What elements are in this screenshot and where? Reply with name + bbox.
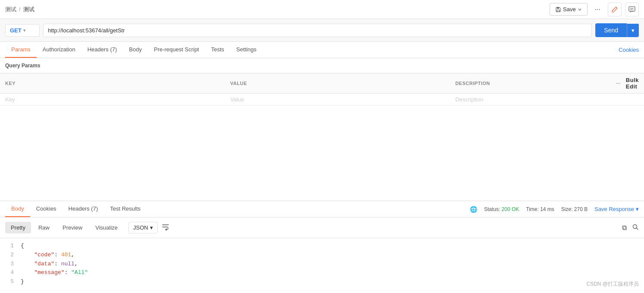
code-content: } [21,277,24,287]
request-tabs: Params Authorization Headers (7) Body Pr… [5,42,263,58]
response-status: 🌐 Status: 200 OK Time: 14 ms Size: 270 B… [470,206,639,213]
cookies-link[interactable]: Cookies [619,42,639,57]
breadcrumb-separator: / [19,6,21,13]
response-section: Body Cookies Headers (7) Test Results 🌐 … [0,201,644,290]
wrap-icon [162,223,169,231]
line-number: 4 [5,268,14,277]
code-line-5: 5 } [5,277,639,287]
line-number: 5 [5,277,14,287]
col-header-key: KEY [0,73,225,94]
save-button[interactable]: Save [550,3,588,16]
format-dropdown-icon: ▾ [150,224,153,231]
method-label: GET [10,27,22,34]
format-tab-pretty[interactable]: Pretty [5,222,31,233]
key-input[interactable] [5,96,220,103]
code-content: "message": "All" [21,268,88,277]
edit-button[interactable] [608,3,622,16]
response-tab-body[interactable]: Body [5,201,30,217]
code-line-2: 2 "code": 401, [5,251,639,260]
code-content: "code": 401, [21,251,75,260]
format-value: JSON [133,224,148,231]
row-actions [611,94,644,106]
breadcrumb-current: 测试 [23,6,34,13]
tab-params[interactable]: Params [5,42,37,58]
col-header-actions: ··· Bulk Edit [611,73,644,94]
size-label: Size: 270 B [561,206,588,212]
save-dropdown-icon [578,7,582,12]
response-tab-cookies[interactable]: Cookies [30,201,63,217]
line-number: 1 [5,242,14,251]
send-main-button[interactable]: Send [595,23,627,37]
tab-prerequest[interactable]: Pre-request Script [148,42,205,58]
tab-settings[interactable]: Settings [230,42,263,58]
globe-icon: 🌐 [470,206,477,213]
method-selector[interactable]: GET ▾ [5,24,40,37]
format-tabs-group: Pretty Raw Preview Visualize JSON ▾ [5,221,172,234]
method-dropdown-icon: ▾ [23,28,25,33]
svg-line-6 [637,228,638,230]
format-select[interactable]: JSON ▾ [128,222,158,233]
code-content: { [21,242,24,251]
description-input[interactable] [455,96,606,103]
format-tab-visualize[interactable]: Visualize [90,222,123,233]
edit-icon [611,6,618,13]
breadcrumb: 测试 / 测试 [5,6,34,13]
line-number: 2 [5,251,14,260]
response-tab-headers[interactable]: Headers (7) [63,201,104,217]
value-cell [225,94,450,106]
code-content: "data": null, [21,260,78,269]
format-tab-raw[interactable]: Raw [33,222,55,233]
code-view: 1 { 2 "code": 401, 3 "data": null, 4 "me… [0,238,644,290]
more-button[interactable]: ··· [591,3,604,16]
response-tabs: Body Cookies Headers (7) Test Results [5,201,147,217]
more-options-icon[interactable]: ··· [616,81,621,86]
query-params-header: Query Params [0,58,644,73]
format-right-actions: ⧉ [622,224,639,232]
tab-tests[interactable]: Tests [205,42,230,58]
breadcrumb-parent[interactable]: 测试 [5,6,16,13]
top-bar: 测试 / 测试 Save ··· [0,0,644,19]
size-value: 270 B [574,206,588,212]
wrap-button[interactable] [159,221,172,234]
response-tabs-bar: Body Cookies Headers (7) Test Results 🌐 … [0,201,644,217]
code-line-4: 4 "message": "All" [5,268,639,277]
table-row [0,94,644,106]
status-label: Status: 200 OK [484,206,519,212]
url-input[interactable] [43,24,592,37]
time-label: Time: 14 ms [526,206,554,212]
svg-rect-1 [557,7,559,9]
comment-icon [628,6,635,13]
request-tabs-bar: Params Authorization Headers (7) Body Pr… [0,42,644,58]
status-value: 200 OK [502,206,519,212]
col-header-value: VALUE [225,73,450,94]
svg-rect-0 [557,10,560,12]
search-button[interactable] [632,224,639,232]
watermark: CSDN @打工版程序员 [586,280,639,288]
time-value: 14 ms [540,206,554,212]
url-bar: GET ▾ Send ▾ [0,19,644,42]
svg-rect-2 [629,6,635,11]
empty-space [0,106,644,201]
top-actions: Save ··· [550,3,639,16]
key-cell [0,94,225,106]
response-tab-testresults[interactable]: Test Results [104,201,147,217]
comment-button[interactable] [625,3,639,16]
code-line-3: 3 "data": null, [5,260,639,269]
code-line-1: 1 { [5,242,639,251]
search-icon [632,224,639,230]
format-bar: Pretty Raw Preview Visualize JSON ▾ ⧉ [0,217,644,238]
tab-headers[interactable]: Headers (7) [81,42,123,58]
tab-body[interactable]: Body [123,42,148,58]
send-button[interactable]: Send ▾ [595,23,639,37]
tab-authorization[interactable]: Authorization [37,42,81,58]
copy-button[interactable]: ⧉ [622,224,627,232]
format-tab-preview[interactable]: Preview [57,222,88,233]
bulk-edit-button[interactable]: Bulk Edit [626,77,639,90]
value-input[interactable] [230,96,445,103]
description-cell [450,94,611,106]
line-number: 3 [5,260,14,269]
params-table: KEY VALUE DESCRIPTION ··· Bulk Edit [0,73,644,106]
save-response-button[interactable]: Save Response ▾ [594,206,639,212]
send-dropdown-button[interactable]: ▾ [627,24,639,37]
col-header-description: DESCRIPTION [450,73,611,94]
